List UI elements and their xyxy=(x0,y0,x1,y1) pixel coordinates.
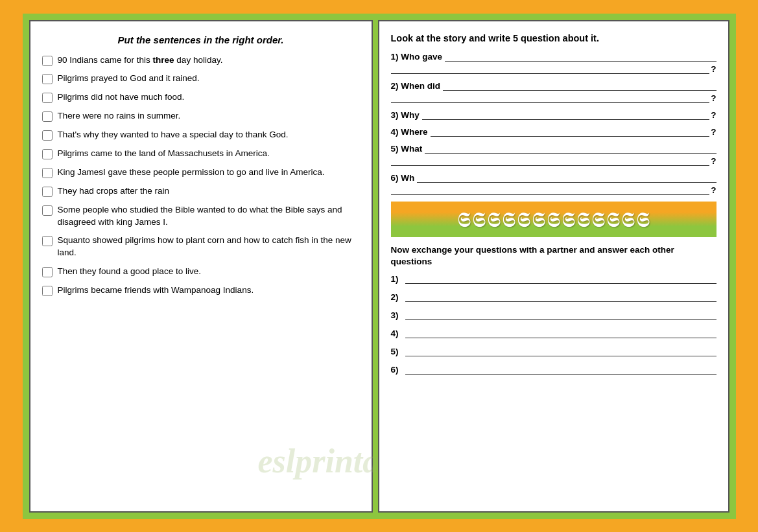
answer-number: 4) xyxy=(391,329,404,338)
question-underline-2 xyxy=(391,154,710,166)
answer-row: 6) xyxy=(391,363,717,375)
answer-row: 4) xyxy=(391,327,717,338)
question-underline-2 xyxy=(391,183,710,195)
spiral-icon: 𝕾 xyxy=(562,209,575,230)
answer-number: 3) xyxy=(391,310,404,320)
exchange-text: Now exchange your questions with a partn… xyxy=(391,244,717,269)
question-mark: ? xyxy=(711,110,716,120)
question-row: 2) When did? xyxy=(391,79,717,103)
question-underline xyxy=(425,142,716,154)
spiral-icon: 𝕾 xyxy=(621,209,635,230)
question-underline-2 xyxy=(391,62,710,74)
spiral-icon: 𝕾 xyxy=(636,209,650,230)
checkbox-label: Squanto showed pilgrims how to plant cor… xyxy=(58,235,360,259)
checkbox-label: Pilgrims did not have much food. xyxy=(58,91,185,104)
checkbox-item: Pilgrims came to the land of Massachuset… xyxy=(42,148,360,160)
checkbox[interactable] xyxy=(42,56,53,66)
question-starter: 1) Who gave xyxy=(391,52,443,62)
checkbox-label: King JamesI gave these people permission… xyxy=(58,167,325,179)
spiral-icon: 𝕾 xyxy=(547,209,560,230)
question-row: 4) Where? xyxy=(391,125,717,137)
checkbox-item: Pilgrims did not have much food. xyxy=(42,91,360,104)
checkbox[interactable] xyxy=(42,205,53,216)
checkbox[interactable] xyxy=(42,168,53,178)
left-title: Put the sentences in the right order. xyxy=(42,34,360,45)
checkbox[interactable] xyxy=(42,286,53,296)
answer-row: 1) xyxy=(391,272,717,284)
answer-number: 6) xyxy=(391,365,404,375)
checkbox[interactable] xyxy=(42,93,53,103)
question-underline xyxy=(443,79,717,91)
checkbox-list: 90 Indians came for this three day holid… xyxy=(42,54,360,297)
spiral-icon: 𝕾 xyxy=(502,209,515,230)
checkbox[interactable] xyxy=(42,187,53,197)
question-underline-2 xyxy=(391,91,710,103)
question-line-2: ? xyxy=(391,91,717,103)
checkbox-item: Squanto showed pilgrims how to plant cor… xyxy=(42,235,360,259)
checkbox[interactable] xyxy=(42,74,53,84)
left-panel: Put the sentences in the right order. 90… xyxy=(29,20,373,513)
checkbox[interactable] xyxy=(42,236,53,246)
question-mark-2: ? xyxy=(711,156,716,166)
number-text: 90 xyxy=(58,55,67,65)
checkbox-item: Then they found a good place to live. xyxy=(42,266,360,278)
question-starter: 4) Where xyxy=(391,127,428,137)
checkbox-label: Some people who studied the Bible wanted… xyxy=(58,204,360,229)
question-underline xyxy=(445,50,716,62)
questions-section: 1) Who gave?2) When did?3) Why?4) Where?… xyxy=(391,50,717,195)
question-line-2: ? xyxy=(391,62,717,74)
spiral-icon: 𝕾 xyxy=(576,209,590,230)
spiral-icon: 𝕾 xyxy=(532,209,545,230)
question-line-1: 6) Wh xyxy=(391,171,717,183)
question-line-1: 3) Why? xyxy=(391,108,717,120)
question-row: 5) What? xyxy=(391,142,717,166)
question-starter: 2) When did xyxy=(391,81,441,91)
checkbox-item: That's why they wanted to have a special… xyxy=(42,129,360,141)
page-wrapper: Put the sentences in the right order. 90… xyxy=(23,14,736,519)
checkbox-label: 90 Indians came for this three day holid… xyxy=(58,54,223,67)
checkbox[interactable] xyxy=(42,130,53,141)
answer-underline xyxy=(405,363,717,375)
question-line-1: 4) Where? xyxy=(391,125,717,137)
spiral-decoration: 𝕾 𝕾 𝕾 𝕾 𝕾 𝕾 𝕾 𝕾 𝕾 𝕾 𝕾 𝕾 𝕾 xyxy=(391,200,717,239)
question-starter: 3) Why xyxy=(391,110,420,120)
question-line-2: ? xyxy=(391,183,717,195)
spiral-icon: 𝕾 xyxy=(487,209,501,230)
answer-underline xyxy=(405,272,717,284)
checkbox-item: 90 Indians came for this three day holid… xyxy=(42,54,360,67)
answer-underline xyxy=(405,345,717,356)
question-mark: ? xyxy=(711,127,716,137)
spiral-icon: 𝕾 xyxy=(591,209,605,230)
checkbox-label: Then they found a good place to live. xyxy=(58,266,201,278)
question-starter: 5) What xyxy=(391,144,423,154)
question-underline xyxy=(431,125,710,137)
right-panel: Look at the story and write 5 question a… xyxy=(378,20,729,513)
checkbox-item: King JamesI gave these people permission… xyxy=(42,167,360,179)
checkbox-item: Pilgrims became friends with Wampanoag I… xyxy=(42,284,360,297)
answer-number: 5) xyxy=(391,347,404,356)
question-mark-2: ? xyxy=(711,93,716,103)
spiral-icon: 𝕾 xyxy=(606,209,620,230)
checkbox-label: There were no rains in summer. xyxy=(58,110,181,122)
question-line-1: 1) Who gave xyxy=(391,50,717,62)
question-starter: 6) Wh xyxy=(391,173,415,183)
checkbox[interactable] xyxy=(42,111,53,122)
checkbox[interactable] xyxy=(42,149,53,159)
answer-underline xyxy=(405,327,717,338)
question-line-1: 5) What xyxy=(391,142,717,154)
checkbox-label: Pilgrims prayed to God and it rained. xyxy=(58,73,200,85)
question-line-1: 2) When did xyxy=(391,79,717,91)
answer-row: 5) xyxy=(391,345,717,356)
question-line-2: ? xyxy=(391,154,717,166)
spiral-icon: 𝕾 xyxy=(517,209,530,230)
checkbox-label: They had crops after the rain xyxy=(58,185,170,198)
checkbox-label: Pilgrims became friends with Wampanoag I… xyxy=(58,284,254,297)
question-underline xyxy=(422,108,709,120)
checkbox-item: Some people who studied the Bible wanted… xyxy=(42,204,360,229)
question-row: 6) Wh? xyxy=(391,171,717,195)
answer-number: 1) xyxy=(391,274,404,284)
checkbox[interactable] xyxy=(42,267,53,277)
answer-number: 2) xyxy=(391,292,404,302)
spiral-icon: 𝕾 xyxy=(472,209,486,230)
checkbox-item: Pilgrims prayed to God and it rained. xyxy=(42,73,360,85)
